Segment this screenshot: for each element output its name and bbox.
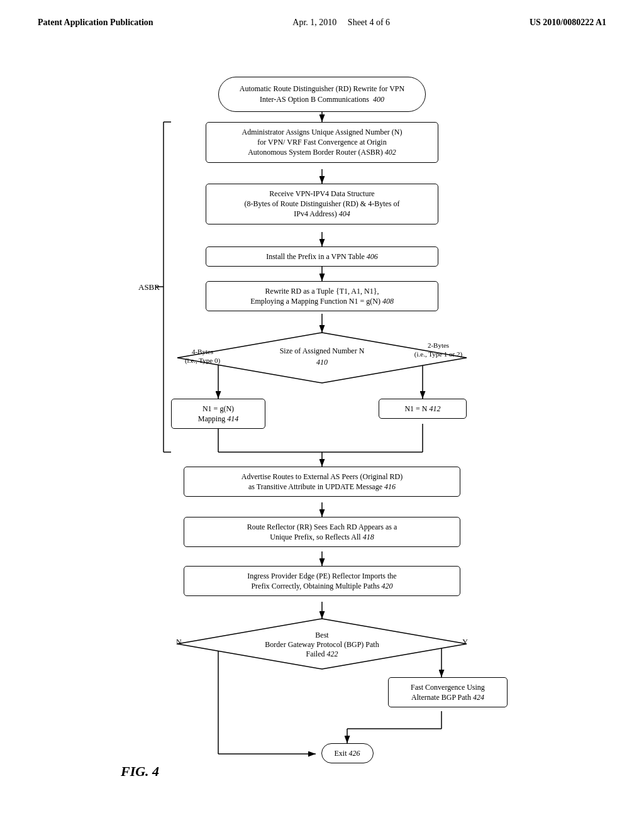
node-400: Automatic Route Distinguisher (RD) Rewri…	[218, 77, 426, 112]
node-418-ref: 418	[363, 533, 374, 541]
node-408-ref: 408	[382, 297, 394, 306]
node-422-diamond: Best Border Gateway Protocol (BGP) Path …	[171, 616, 473, 675]
node-410-diamond: Size of Assigned Number N 410 4-Bytes(i.…	[171, 329, 473, 389]
svg-text:Best: Best	[315, 631, 329, 639]
node-404: Receive VPN-IPV4 Data Structure (8-Bytes…	[206, 184, 438, 224]
header-date: Apr. 1, 2010	[292, 18, 336, 27]
node-420-ref: 420	[382, 582, 393, 590]
node-400-ref: 400	[373, 95, 384, 104]
asbr-label: ASBR	[138, 282, 160, 292]
node-414-ref: 414	[227, 414, 238, 423]
node-402-ref: 402	[385, 148, 396, 157]
node-412: N1 = N 412	[379, 399, 467, 419]
node-404-ref: 404	[339, 209, 350, 218]
diamond-422-svg: Best Border Gateway Protocol (BGP) Path …	[171, 616, 473, 672]
node-408: Rewrite RD as a Tuple {T1, A1, N1}, Empl…	[206, 281, 438, 311]
node-426-ref: 426	[349, 749, 360, 758]
node-416: Advertise Routes to External AS Peers (O…	[184, 467, 460, 497]
node-416-ref: 416	[384, 482, 396, 491]
flowchart-diagram: Automatic Route Distinguisher (RD) Rewri…	[108, 53, 536, 776]
svg-text:Border Gateway Protocol (BGP) : Border Gateway Protocol (BGP) Path	[265, 640, 379, 649]
header-patent-num: US 2010/0080222 A1	[530, 18, 606, 28]
node-406-ref: 406	[367, 252, 378, 261]
node-412-ref: 412	[430, 404, 441, 413]
node-406: Install the Prefix in a VPN Table 406	[206, 246, 438, 267]
header-publication: Patent Application Publication	[38, 18, 153, 28]
main-content: Automatic Route Distinguisher (RD) Rewri…	[0, 34, 644, 805]
svg-text:Size of Assigned Number N: Size of Assigned Number N	[280, 346, 365, 355]
node-402: Administrator Assigns Unique Assigned Nu…	[206, 122, 438, 163]
page-header: Patent Application Publication Apr. 1, 2…	[0, 0, 644, 34]
node-418: Route Reflector (RR) Sees Each RD Appear…	[184, 517, 460, 547]
header-sheet: Sheet 4 of 6	[348, 18, 390, 27]
svg-text:Failed 422: Failed 422	[306, 650, 338, 658]
node-420: Ingress Provider Edge (PE) Reflector Imp…	[184, 566, 460, 596]
node-426: Exit 426	[287, 743, 407, 763]
node-424: Fast Convergence Using Alternate BGP Pat…	[388, 677, 508, 707]
node-414: N1 = g(N) Mapping 414	[171, 399, 265, 429]
node-424-ref: 424	[473, 693, 484, 702]
header-date-sheet: Apr. 1, 2010 Sheet 4 of 6	[292, 18, 390, 28]
svg-text:410: 410	[316, 358, 328, 367]
